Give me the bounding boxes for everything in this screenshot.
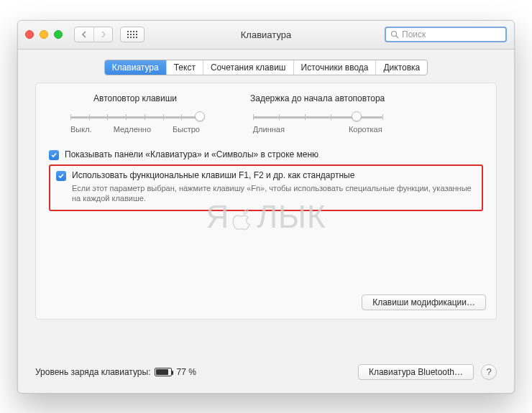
battery-label: Уровень заряда клавиатуры: xyxy=(35,367,150,377)
question-icon: ? xyxy=(486,366,491,377)
keyboard-panel: Автоповтор клавиши Выкл. Медленно xyxy=(35,83,497,320)
battery-icon xyxy=(155,368,172,376)
zoom-icon[interactable] xyxy=(54,30,63,39)
tab-shortcuts[interactable]: Сочетания клавиш xyxy=(203,60,294,75)
fn-keys-label: Использовать функциональные клавиши F1, … xyxy=(72,170,354,180)
label-off: Выкл. xyxy=(70,125,92,134)
svg-point-0 xyxy=(392,32,397,37)
check-icon xyxy=(50,152,58,159)
battery-status: Уровень заряда клавиатуры: 77 % xyxy=(35,367,196,377)
key-repeat-title: Автоповтор клавиши xyxy=(93,93,177,103)
tab-dictation[interactable]: Диктовка xyxy=(376,60,427,75)
label-slow: Медленно xyxy=(92,125,173,134)
search-field[interactable] xyxy=(385,27,507,42)
modifier-keys-button[interactable]: Клавиши модификации… xyxy=(362,294,486,310)
show-all-button[interactable] xyxy=(120,27,145,42)
highlight-box: Использовать функциональные клавиши F1, … xyxy=(49,164,483,212)
fn-keys-row[interactable]: Использовать функциональные клавиши F1, … xyxy=(56,170,476,181)
fn-keys-help: Если этот параметр выбран, нажмите клави… xyxy=(72,183,476,205)
bottom-bar: Уровень заряда клавиатуры: 77 % Клавиату… xyxy=(35,364,497,380)
titlebar: Клавиатура xyxy=(18,21,514,50)
minimize-icon[interactable] xyxy=(40,30,48,39)
key-repeat-slider[interactable] xyxy=(70,108,200,124)
show-panels-row[interactable]: Показывать панели «Клавиатура» и «Символ… xyxy=(49,149,483,160)
search-input[interactable] xyxy=(402,29,501,40)
tab-text[interactable]: Текст xyxy=(167,60,203,75)
check-icon xyxy=(58,172,65,180)
tabs-bar: Клавиатура Текст Сочетания клавиш Источн… xyxy=(18,50,514,83)
label-long: Длинная xyxy=(253,125,285,134)
preferences-window: Клавиатура Клавиатура Текст Сочетания кл… xyxy=(17,20,515,394)
tab-keyboard[interactable]: Клавиатура xyxy=(105,60,167,75)
checkbox-show-panels[interactable] xyxy=(49,150,59,160)
show-panels-label: Показывать панели «Клавиатура» и «Символ… xyxy=(65,149,318,159)
checkbox-fn-keys[interactable] xyxy=(56,171,66,181)
delay-title: Задержка до начала автоповтора xyxy=(250,93,385,103)
search-icon xyxy=(390,30,399,39)
battery-percent: 77 % xyxy=(176,367,196,377)
slider-thumb-icon[interactable] xyxy=(195,111,205,121)
forward-button[interactable] xyxy=(93,27,112,42)
svg-line-1 xyxy=(396,36,398,38)
delay-slider[interactable] xyxy=(253,108,382,124)
tab-input-sources[interactable]: Источники ввода xyxy=(294,60,377,75)
help-button[interactable]: ? xyxy=(481,364,497,380)
window-controls xyxy=(25,30,63,39)
delay-block: Задержка до начала автоповтора Длинная К… xyxy=(250,93,385,134)
back-button[interactable] xyxy=(75,27,93,42)
label-short: Короткая xyxy=(349,125,382,134)
label-fast: Быстро xyxy=(173,125,200,134)
key-repeat-block: Автоповтор клавиши Выкл. Медленно xyxy=(70,93,200,134)
close-icon[interactable] xyxy=(25,30,34,39)
grid-icon xyxy=(127,31,137,38)
bluetooth-keyboard-button[interactable]: Клавиатура Bluetooth… xyxy=(358,364,474,380)
nav-back-forward[interactable] xyxy=(74,27,113,42)
slider-thumb-icon[interactable] xyxy=(352,111,362,121)
